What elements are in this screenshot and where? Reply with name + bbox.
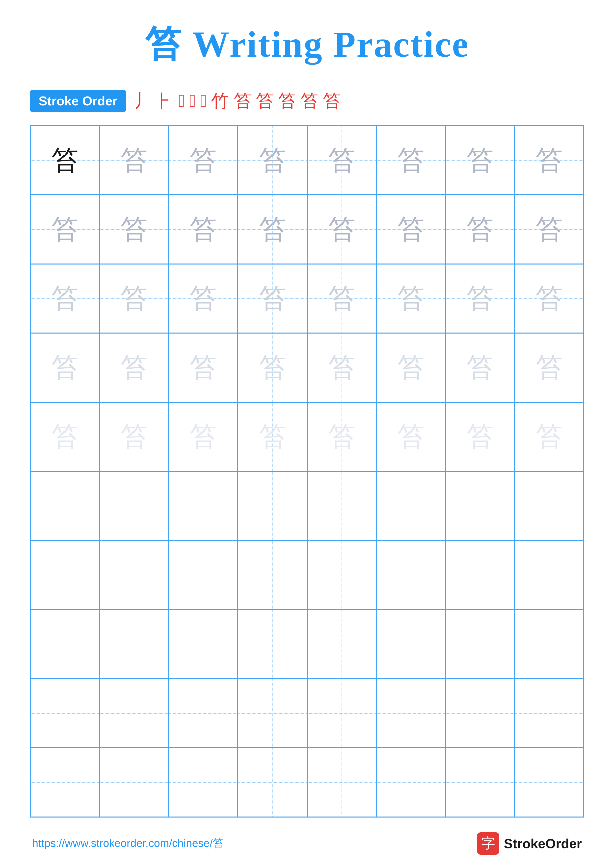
stroke-11: 笞 [323, 89, 340, 113]
cell-char-2-4: 笞 [328, 285, 355, 312]
stroke-1: 丿 [134, 89, 152, 113]
grid-cell: 笞 [445, 195, 515, 264]
stroke-7: 笞 [233, 89, 252, 113]
grid-cell [307, 610, 376, 679]
grid-cell [99, 540, 168, 609]
grid-cell: 笞 [445, 264, 515, 333]
cell-char-4-5: 笞 [397, 423, 424, 450]
stroke-2: ⺊ [156, 89, 174, 113]
cell-char-1-1: 笞 [120, 216, 148, 243]
grid-cell: 笞 [30, 126, 99, 195]
cell-char-4-7: 笞 [535, 423, 563, 450]
stroke-3: 𠂇 [178, 91, 185, 112]
grid-cell: 笞 [169, 126, 238, 195]
grid-cell [30, 471, 99, 540]
grid-cell: 笞 [515, 126, 584, 195]
cell-char-3-3: 笞 [259, 354, 286, 381]
grid-cell [30, 748, 99, 817]
footer: https://www.strokeorder.com/chinese/笞 字 … [30, 832, 584, 855]
cell-char-1-7: 笞 [535, 216, 563, 243]
cell-char-0-2: 笞 [190, 147, 217, 174]
grid-cell: 笞 [376, 126, 445, 195]
cell-char-3-5: 笞 [397, 354, 424, 381]
grid-cell: 笞 [376, 402, 445, 471]
cell-char-4-1: 笞 [120, 423, 148, 450]
grid-cell: 笞 [238, 264, 307, 333]
logo-icon: 字 [477, 832, 499, 855]
grid-cell: 笞 [169, 402, 238, 471]
cell-char-0-0: 笞 [51, 147, 79, 174]
grid-cell: 笞 [445, 402, 515, 471]
grid-cell: 笞 [307, 195, 376, 264]
grid-cell: 笞 [307, 402, 376, 471]
grid-cell [30, 540, 99, 609]
footer-logo: 字 StrokeOrder [477, 832, 582, 855]
stroke-6: 竹 [211, 89, 229, 113]
grid-cell: 笞 [445, 333, 515, 402]
grid-cell: 笞 [515, 402, 584, 471]
cell-char-2-1: 笞 [120, 285, 148, 312]
grid-cell: 笞 [515, 195, 584, 264]
grid-cell: 笞 [376, 333, 445, 402]
grid-cell [445, 679, 515, 748]
grid-cell: 笞 [99, 195, 168, 264]
cell-char-2-3: 笞 [259, 285, 286, 312]
grid-cell [99, 471, 168, 540]
grid-cell [169, 471, 238, 540]
cell-char-3-6: 笞 [466, 354, 494, 381]
stroke-4: 𠃋 [189, 91, 196, 112]
grid-cell [376, 748, 445, 817]
grid-cell [169, 679, 238, 748]
cell-char-2-0: 笞 [51, 285, 79, 312]
grid-cell [515, 610, 584, 679]
cell-char-4-4: 笞 [328, 423, 355, 450]
grid-cell [169, 610, 238, 679]
cell-char-4-3: 笞 [259, 423, 286, 450]
grid-cell [238, 679, 307, 748]
grid-cell: 笞 [99, 333, 168, 402]
grid-cell [376, 540, 445, 609]
grid-cell [515, 748, 584, 817]
cell-char-1-5: 笞 [397, 216, 424, 243]
grid-cell [169, 540, 238, 609]
cell-char-0-1: 笞 [120, 147, 148, 174]
grid-cell [169, 748, 238, 817]
grid-cell: 笞 [307, 126, 376, 195]
grid-cell [376, 679, 445, 748]
grid-cell [238, 748, 307, 817]
grid-cell [307, 540, 376, 609]
cell-char-3-0: 笞 [51, 354, 79, 381]
grid-cell [445, 471, 515, 540]
cell-char-0-6: 笞 [466, 147, 494, 174]
grid-cell [238, 471, 307, 540]
grid-cell: 笞 [238, 333, 307, 402]
grid-cell [99, 679, 168, 748]
grid-cell: 笞 [30, 333, 99, 402]
grid-cell: 笞 [238, 402, 307, 471]
cell-char-2-6: 笞 [466, 285, 494, 312]
grid-cell: 笞 [169, 264, 238, 333]
grid-cell: 笞 [376, 264, 445, 333]
grid-cell [238, 540, 307, 609]
cell-char-1-2: 笞 [190, 216, 217, 243]
cell-char-1-4: 笞 [328, 216, 355, 243]
grid-cell: 笞 [445, 126, 515, 195]
grid-cell [515, 540, 584, 609]
grid-cell: 笞 [515, 333, 584, 402]
stroke-order-badge: Stroke Order [30, 90, 126, 112]
grid-cell: 笞 [169, 333, 238, 402]
grid-cell: 笞 [169, 195, 238, 264]
stroke-sequence: 丿 ⺊ 𠂇 𠃋 𠃍 竹 笞 笞 笞 笞 笞 [134, 89, 340, 113]
grid-cell: 笞 [30, 264, 99, 333]
page: 笞 Writing Practice Stroke Order 丿 ⺊ 𠂇 𠃋 … [0, 0, 614, 868]
grid-cell [307, 748, 376, 817]
grid-cell [445, 540, 515, 609]
cell-char-0-4: 笞 [328, 147, 355, 174]
cell-char-3-2: 笞 [190, 354, 217, 381]
grid-cell [307, 471, 376, 540]
cell-char-3-1: 笞 [120, 354, 148, 381]
footer-url: https://www.strokeorder.com/chinese/笞 [32, 836, 224, 851]
cell-char-0-5: 笞 [397, 147, 424, 174]
cell-char-0-7: 笞 [535, 147, 563, 174]
cell-char-2-2: 笞 [190, 285, 217, 312]
